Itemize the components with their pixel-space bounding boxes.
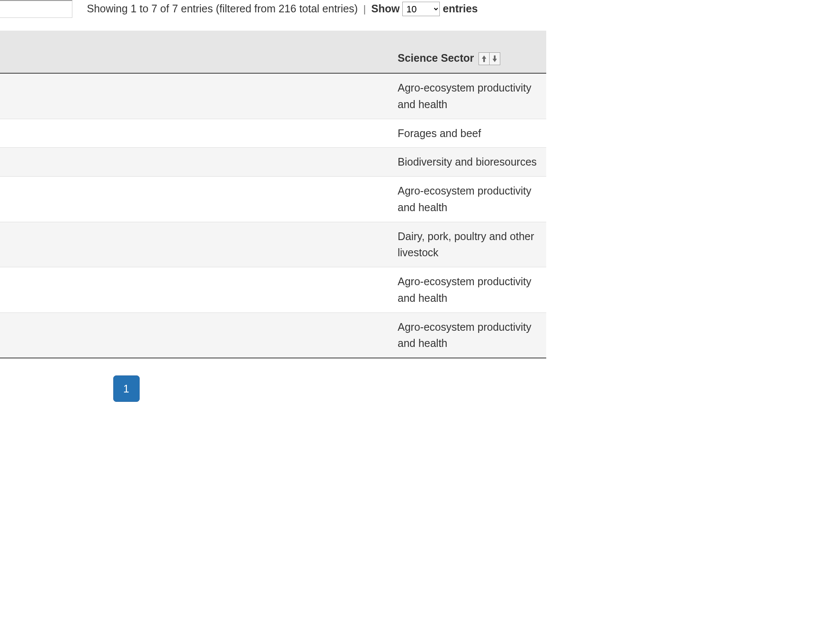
sort-asc-button[interactable] — [479, 52, 490, 65]
page-1-button[interactable]: 1 — [113, 375, 140, 402]
filter-input[interactable] — [0, 0, 72, 18]
table-controls: Showing 1 to 7 of 7 entries (filtered fr… — [0, 0, 546, 23]
sort-arrows — [479, 52, 500, 65]
title-cell: early-lactation dairy cows — [0, 222, 392, 267]
table-row: g cows benefits both farmers and the env… — [0, 267, 546, 313]
title-cell: erent feed can reduce greenhouse gas emi… — [0, 312, 392, 358]
entries-label: entries — [443, 3, 478, 14]
title-cell: e — [0, 177, 392, 222]
sort-desc-button[interactable] — [489, 52, 500, 65]
table-row: early-lactation dairy cowsDairy, pork, p… — [0, 222, 546, 267]
table-row: – New Beetles Help Degrade Dung on Canad… — [0, 148, 546, 177]
sector-cell: Agro-ecosystem productivity and health — [392, 177, 546, 222]
table-row: the sugar content (video)Forages and bee… — [0, 119, 546, 148]
sector-cell: Forages and beef — [392, 119, 546, 148]
title-cell: – New Beetles Help Degrade Dung on Canad… — [0, 148, 392, 177]
pagination: 1 — [0, 375, 546, 402]
table-row: eAgro-ecosystem productivity and health — [0, 177, 546, 222]
column-header-science-sector[interactable]: Science Sector — [392, 31, 546, 73]
sector-cell: Agro-ecosystem productivity and health — [392, 267, 546, 313]
column-header-title[interactable] — [0, 31, 392, 73]
sector-cell: Biodiversity and bioresources — [392, 148, 546, 177]
title-cell: the sugar content (video) — [0, 119, 392, 148]
table-row: ow - Milking cows (video)Agro-ecosystem … — [0, 73, 546, 119]
show-label: Show — [371, 3, 400, 14]
title-cell: ow - Milking cows (video) — [0, 73, 392, 119]
table-row: erent feed can reduce greenhouse gas emi… — [0, 312, 546, 358]
sector-cell: Agro-ecosystem productivity and health — [392, 73, 546, 119]
results-table: Science Sector ow - Milking cows (video)… — [0, 31, 546, 358]
column-header-label: Science Sector — [398, 52, 474, 64]
arrow-up-icon — [481, 55, 487, 63]
showing-info-text: Showing 1 to 7 of 7 entries (filtered fr… — [87, 3, 358, 14]
divider: | — [363, 3, 366, 14]
sector-cell: Agro-ecosystem productivity and health — [392, 312, 546, 358]
sector-cell: Dairy, pork, poultry and other livestock — [392, 222, 546, 267]
entries-select[interactable]: 10 — [402, 2, 440, 16]
table-header-row: Science Sector — [0, 31, 546, 73]
info-wrapper: Showing 1 to 7 of 7 entries (filtered fr… — [87, 2, 478, 16]
arrow-down-icon — [492, 55, 498, 63]
page-wrapper: Showing 1 to 7 of 7 entries (filtered fr… — [0, 0, 546, 402]
title-cell: g cows benefits both farmers and the env… — [0, 267, 392, 313]
